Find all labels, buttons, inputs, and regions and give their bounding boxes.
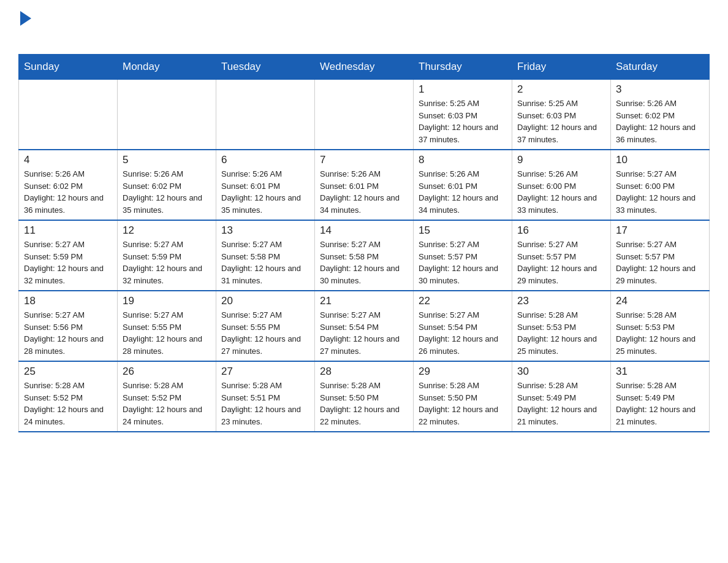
calendar-cell: 14Sunrise: 5:27 AMSunset: 5:58 PMDayligh… bbox=[315, 220, 414, 291]
day-header-saturday: Saturday bbox=[611, 55, 710, 80]
sun-info: Sunrise: 5:27 AMSunset: 5:57 PMDaylight:… bbox=[419, 239, 507, 286]
calendar-cell: 11Sunrise: 5:27 AMSunset: 5:59 PMDayligh… bbox=[19, 220, 118, 291]
day-number: 21 bbox=[320, 295, 408, 307]
day-number: 29 bbox=[419, 366, 507, 378]
calendar-cell: 21Sunrise: 5:27 AMSunset: 5:54 PMDayligh… bbox=[315, 291, 414, 361]
calendar-cell: 3Sunrise: 5:26 AMSunset: 6:02 PMDaylight… bbox=[611, 80, 710, 150]
logo-triangle-icon bbox=[20, 11, 31, 26]
calendar-cell: 19Sunrise: 5:27 AMSunset: 5:55 PMDayligh… bbox=[118, 291, 216, 361]
sun-info: Sunrise: 5:27 AMSunset: 5:59 PMDaylight:… bbox=[24, 239, 112, 286]
day-number: 6 bbox=[221, 154, 309, 166]
sun-info: Sunrise: 5:28 AMSunset: 5:49 PMDaylight:… bbox=[517, 380, 605, 427]
calendar-cell: 15Sunrise: 5:27 AMSunset: 5:57 PMDayligh… bbox=[414, 220, 512, 291]
day-number: 27 bbox=[221, 366, 309, 378]
sun-info: Sunrise: 5:27 AMSunset: 5:55 PMDaylight:… bbox=[221, 309, 309, 357]
calendar-cell: 23Sunrise: 5:28 AMSunset: 5:53 PMDayligh… bbox=[512, 291, 611, 361]
day-number: 9 bbox=[517, 154, 605, 166]
calendar-cell: 2Sunrise: 5:25 AMSunset: 6:03 PMDaylight… bbox=[512, 80, 611, 150]
day-number: 30 bbox=[517, 366, 605, 378]
day-number: 11 bbox=[24, 224, 112, 237]
day-number: 26 bbox=[123, 366, 211, 378]
day-number: 22 bbox=[419, 295, 507, 307]
calendar-cell: 5Sunrise: 5:26 AMSunset: 6:02 PMDaylight… bbox=[118, 150, 216, 220]
calendar-cell: 26Sunrise: 5:28 AMSunset: 5:52 PMDayligh… bbox=[118, 361, 216, 432]
day-number: 20 bbox=[221, 295, 309, 307]
logo bbox=[18, 12, 31, 48]
day-header-sunday: Sunday bbox=[19, 55, 118, 80]
day-number: 12 bbox=[123, 224, 211, 237]
sun-info: Sunrise: 5:26 AMSunset: 6:02 PMDaylight:… bbox=[24, 168, 112, 216]
day-number: 23 bbox=[517, 295, 605, 307]
day-number: 17 bbox=[616, 224, 704, 237]
calendar-week-row: 25Sunrise: 5:28 AMSunset: 5:52 PMDayligh… bbox=[19, 361, 710, 432]
sun-info: Sunrise: 5:26 AMSunset: 6:01 PMDaylight:… bbox=[221, 168, 309, 216]
sun-info: Sunrise: 5:28 AMSunset: 5:53 PMDaylight:… bbox=[616, 309, 704, 357]
day-header-friday: Friday bbox=[512, 55, 611, 80]
sun-info: Sunrise: 5:27 AMSunset: 5:58 PMDaylight:… bbox=[221, 239, 309, 286]
day-number: 5 bbox=[123, 154, 211, 166]
calendar-week-row: 11Sunrise: 5:27 AMSunset: 5:59 PMDayligh… bbox=[19, 220, 710, 291]
calendar-cell: 18Sunrise: 5:27 AMSunset: 5:56 PMDayligh… bbox=[19, 291, 118, 361]
day-number: 14 bbox=[320, 224, 408, 237]
sun-info: Sunrise: 5:26 AMSunset: 6:00 PMDaylight:… bbox=[517, 168, 605, 216]
calendar-cell bbox=[118, 80, 216, 150]
calendar-cell: 9Sunrise: 5:26 AMSunset: 6:00 PMDaylight… bbox=[512, 150, 611, 220]
sun-info: Sunrise: 5:27 AMSunset: 6:00 PMDaylight:… bbox=[616, 168, 704, 216]
day-number: 24 bbox=[616, 295, 704, 307]
day-number: 19 bbox=[123, 295, 211, 307]
day-number: 2 bbox=[517, 83, 605, 96]
calendar-week-row: 1Sunrise: 5:25 AMSunset: 6:03 PMDaylight… bbox=[19, 80, 710, 150]
sun-info: Sunrise: 5:28 AMSunset: 5:52 PMDaylight:… bbox=[24, 380, 112, 427]
calendar-cell: 29Sunrise: 5:28 AMSunset: 5:50 PMDayligh… bbox=[414, 361, 512, 432]
calendar-cell: 1Sunrise: 5:25 AMSunset: 6:03 PMDaylight… bbox=[414, 80, 512, 150]
sun-info: Sunrise: 5:27 AMSunset: 5:55 PMDaylight:… bbox=[123, 309, 211, 357]
calendar-cell: 27Sunrise: 5:28 AMSunset: 5:51 PMDayligh… bbox=[216, 361, 315, 432]
calendar-cell: 22Sunrise: 5:27 AMSunset: 5:54 PMDayligh… bbox=[414, 291, 512, 361]
calendar-cell: 7Sunrise: 5:26 AMSunset: 6:01 PMDaylight… bbox=[315, 150, 414, 220]
calendar-cell bbox=[315, 80, 414, 150]
calendar-table: SundayMondayTuesdayWednesdayThursdayFrid… bbox=[18, 54, 710, 432]
sun-info: Sunrise: 5:28 AMSunset: 5:50 PMDaylight:… bbox=[320, 380, 408, 427]
calendar-week-row: 18Sunrise: 5:27 AMSunset: 5:56 PMDayligh… bbox=[19, 291, 710, 361]
calendar-cell: 31Sunrise: 5:28 AMSunset: 5:49 PMDayligh… bbox=[611, 361, 710, 432]
calendar-cell: 25Sunrise: 5:28 AMSunset: 5:52 PMDayligh… bbox=[19, 361, 118, 432]
day-header-monday: Monday bbox=[118, 55, 216, 80]
sun-info: Sunrise: 5:27 AMSunset: 5:57 PMDaylight:… bbox=[517, 239, 605, 286]
sun-info: Sunrise: 5:27 AMSunset: 5:57 PMDaylight:… bbox=[616, 239, 704, 286]
day-number: 8 bbox=[419, 154, 507, 166]
sun-info: Sunrise: 5:26 AMSunset: 6:01 PMDaylight:… bbox=[320, 168, 408, 216]
sun-info: Sunrise: 5:28 AMSunset: 5:49 PMDaylight:… bbox=[616, 380, 704, 427]
sun-info: Sunrise: 5:28 AMSunset: 5:50 PMDaylight:… bbox=[419, 380, 507, 427]
day-header-thursday: Thursday bbox=[414, 55, 512, 80]
day-header-wednesday: Wednesday bbox=[315, 55, 414, 80]
day-header-tuesday: Tuesday bbox=[216, 55, 315, 80]
calendar-cell: 4Sunrise: 5:26 AMSunset: 6:02 PMDaylight… bbox=[19, 150, 118, 220]
day-number: 31 bbox=[616, 366, 704, 378]
calendar-cell: 17Sunrise: 5:27 AMSunset: 5:57 PMDayligh… bbox=[611, 220, 710, 291]
day-number: 10 bbox=[616, 154, 704, 166]
calendar-header-row: SundayMondayTuesdayWednesdayThursdayFrid… bbox=[19, 55, 710, 80]
calendar-cell: 16Sunrise: 5:27 AMSunset: 5:57 PMDayligh… bbox=[512, 220, 611, 291]
sun-info: Sunrise: 5:26 AMSunset: 6:01 PMDaylight:… bbox=[419, 168, 507, 216]
day-number: 16 bbox=[517, 224, 605, 237]
calendar-cell: 20Sunrise: 5:27 AMSunset: 5:55 PMDayligh… bbox=[216, 291, 315, 361]
calendar-cell bbox=[216, 80, 315, 150]
calendar-cell bbox=[19, 80, 118, 150]
sun-info: Sunrise: 5:28 AMSunset: 5:53 PMDaylight:… bbox=[517, 309, 605, 357]
calendar-cell: 12Sunrise: 5:27 AMSunset: 5:59 PMDayligh… bbox=[118, 220, 216, 291]
day-number: 1 bbox=[419, 83, 507, 96]
day-number: 28 bbox=[320, 366, 408, 378]
day-number: 18 bbox=[24, 295, 112, 307]
day-number: 7 bbox=[320, 154, 408, 166]
calendar-cell: 30Sunrise: 5:28 AMSunset: 5:49 PMDayligh… bbox=[512, 361, 611, 432]
sun-info: Sunrise: 5:27 AMSunset: 5:56 PMDaylight:… bbox=[24, 309, 112, 357]
sun-info: Sunrise: 5:27 AMSunset: 5:58 PMDaylight:… bbox=[320, 239, 408, 286]
calendar-week-row: 4Sunrise: 5:26 AMSunset: 6:02 PMDaylight… bbox=[19, 150, 710, 220]
day-number: 4 bbox=[24, 154, 112, 166]
sun-info: Sunrise: 5:25 AMSunset: 6:03 PMDaylight:… bbox=[419, 98, 507, 145]
calendar-cell: 13Sunrise: 5:27 AMSunset: 5:58 PMDayligh… bbox=[216, 220, 315, 291]
sun-info: Sunrise: 5:27 AMSunset: 5:54 PMDaylight:… bbox=[419, 309, 507, 357]
sun-info: Sunrise: 5:27 AMSunset: 5:59 PMDaylight:… bbox=[123, 239, 211, 286]
sun-info: Sunrise: 5:26 AMSunset: 6:02 PMDaylight:… bbox=[616, 98, 704, 145]
calendar-cell: 24Sunrise: 5:28 AMSunset: 5:53 PMDayligh… bbox=[611, 291, 710, 361]
